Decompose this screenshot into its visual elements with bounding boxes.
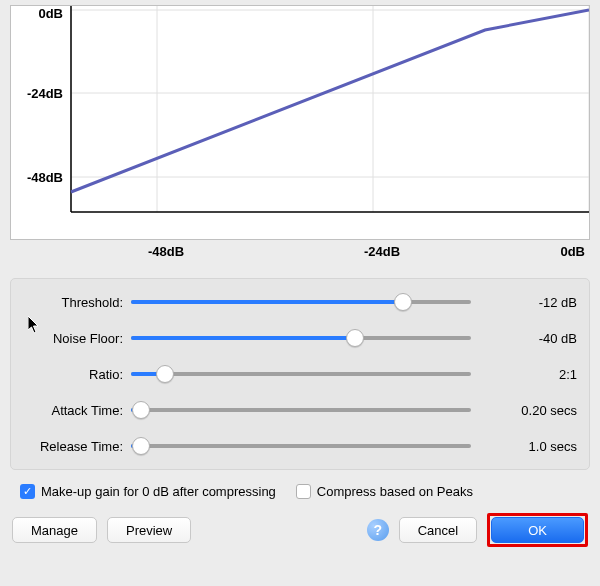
threshold-value: -12 dB (471, 295, 577, 310)
threshold-row: Threshold: -12 dB (23, 291, 577, 313)
threshold-label: Threshold: (23, 295, 131, 310)
cancel-button[interactable]: Cancel (399, 517, 477, 543)
release-time-slider[interactable] (131, 435, 471, 457)
x-axis-labels: -48dB -24dB 0dB (10, 244, 590, 272)
checkbox-row: ✓ Make-up gain for 0 dB after compressin… (20, 484, 580, 499)
makeup-gain-label: Make-up gain for 0 dB after compressing (41, 484, 276, 499)
threshold-slider[interactable] (131, 291, 471, 313)
release-time-label: Release Time: (23, 439, 131, 454)
x-tick-0: 0dB (560, 244, 585, 259)
manage-button[interactable]: Manage (12, 517, 97, 543)
compression-chart: 0dB -24dB -48dB (10, 5, 590, 240)
ok-button[interactable]: OK (491, 517, 584, 543)
controls-panel: Threshold: -12 dB Noise Floor: -40 dB Ra… (10, 278, 590, 470)
check-icon: ✓ (20, 484, 35, 499)
ratio-label: Ratio: (23, 367, 131, 382)
ratio-row: Ratio: 2:1 (23, 363, 577, 385)
compress-peaks-checkbox[interactable]: Compress based on Peaks (296, 484, 473, 499)
noise-floor-slider[interactable] (131, 327, 471, 349)
y-tick-48: -48dB (27, 170, 63, 185)
attack-time-value: 0.20 secs (471, 403, 577, 418)
noise-floor-value: -40 dB (471, 331, 577, 346)
noise-floor-label: Noise Floor: (23, 331, 131, 346)
button-row: Manage Preview ? Cancel OK (12, 513, 588, 547)
checkbox-empty-icon (296, 484, 311, 499)
ratio-slider[interactable] (131, 363, 471, 385)
help-button[interactable]: ? (367, 519, 389, 541)
ratio-value: 2:1 (471, 367, 577, 382)
attack-time-label: Attack Time: (23, 403, 131, 418)
y-tick-24: -24dB (27, 86, 63, 101)
ok-highlight: OK (487, 513, 588, 547)
x-tick-24: -24dB (364, 244, 400, 259)
preview-button[interactable]: Preview (107, 517, 191, 543)
x-tick-48: -48dB (148, 244, 184, 259)
release-time-value: 1.0 secs (471, 439, 577, 454)
attack-time-row: Attack Time: 0.20 secs (23, 399, 577, 421)
makeup-gain-checkbox[interactable]: ✓ Make-up gain for 0 dB after compressin… (20, 484, 276, 499)
attack-time-slider[interactable] (131, 399, 471, 421)
compress-peaks-label: Compress based on Peaks (317, 484, 473, 499)
y-tick-0: 0dB (38, 6, 63, 21)
release-time-row: Release Time: 1.0 secs (23, 435, 577, 457)
noise-floor-row: Noise Floor: -40 dB (23, 327, 577, 349)
